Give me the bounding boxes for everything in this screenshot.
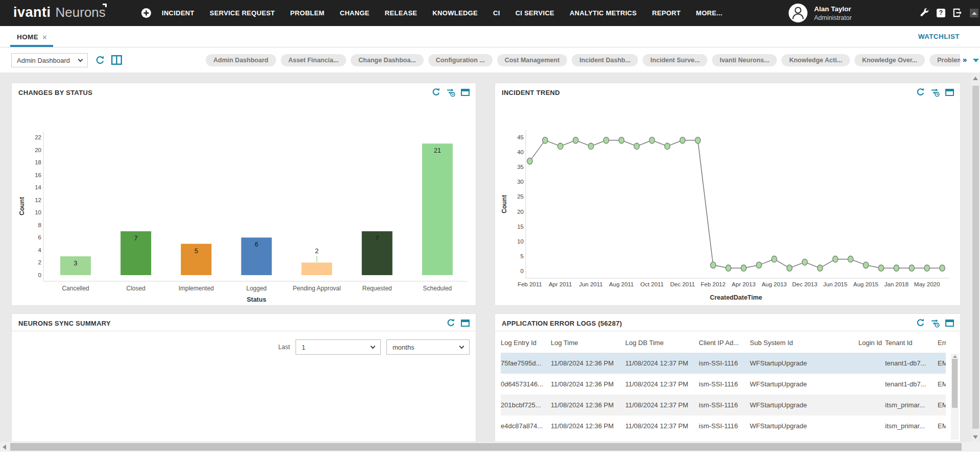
user-menu[interactable]: Alan Taylor Administrator xyxy=(789,4,852,22)
schedule-icon[interactable] xyxy=(446,87,456,97)
panel-header: CHANGES BY STATUS xyxy=(12,83,476,101)
svg-text:May 2020: May 2020 xyxy=(914,281,940,287)
column-header-log-db-time[interactable]: Log DB Time xyxy=(625,339,699,347)
help-icon[interactable]: ? xyxy=(937,9,945,17)
table-row[interactable]: e4dc87a874...11/08/2024 12:36 PM11/08/20… xyxy=(501,415,946,436)
columns-icon[interactable] xyxy=(111,55,122,65)
nav-item-service-request[interactable]: SERVICE REQUEST xyxy=(210,9,275,17)
svg-text:20: 20 xyxy=(35,147,41,153)
table-cell: 11/08/2024 12:36 PM xyxy=(551,422,625,430)
maximize-icon[interactable] xyxy=(945,320,954,327)
last-value-select[interactable]: 1 xyxy=(296,339,381,355)
scrollbar-thumb[interactable] xyxy=(972,86,979,429)
user-avatar-icon xyxy=(789,4,807,22)
column-header-login-id[interactable]: Login Id xyxy=(831,339,885,347)
tab-home[interactable]: HOME × xyxy=(10,29,53,47)
dashboard-chip-incident-surve[interactable]: Incident Surve... xyxy=(643,54,707,66)
chips-caret-icon[interactable] xyxy=(973,59,979,62)
table-cell: EM xyxy=(938,359,946,367)
user-role: Administrator xyxy=(814,14,852,21)
chevron-down-icon xyxy=(371,344,376,349)
nav-item-problem[interactable]: PROBLEM xyxy=(290,9,325,17)
scroll-up-arrow[interactable] xyxy=(970,9,978,17)
scrollbar-thumb[interactable] xyxy=(952,359,958,408)
nav-item-ci[interactable]: CI xyxy=(493,9,500,17)
plus-circle-icon[interactable] xyxy=(141,8,152,18)
dashboard-chip-change-dashboa[interactable]: Change Dashboa... xyxy=(351,54,424,66)
page-horizontal-scrollbar[interactable] xyxy=(0,442,971,452)
dashboard-chip-knowledge-over[interactable]: Knowledge Over... xyxy=(854,54,925,66)
dashboard-select[interactable]: Admin Dashboard xyxy=(11,53,88,67)
chips-overflow-button[interactable]: » xyxy=(963,56,967,64)
refresh-icon[interactable] xyxy=(446,318,456,328)
table-row[interactable]: 0d64573146...11/08/2024 12:36 PM11/08/20… xyxy=(501,374,946,395)
schedule-icon[interactable] xyxy=(930,318,940,328)
svg-text:Apr 2013: Apr 2013 xyxy=(732,281,756,287)
nav-item-knowledge[interactable]: KNOWLEDGE xyxy=(432,9,478,17)
scrollbar-thumb[interactable] xyxy=(10,443,962,451)
dashboard-chip-knowledge-acti[interactable]: Knowledge Acti... xyxy=(781,54,850,66)
user-name: Alan Taylor xyxy=(814,5,852,13)
dashboard-chip-problem-dashbo[interactable]: Problem Dashbo... xyxy=(929,54,960,66)
column-header-log-entry-id[interactable]: Log Entry Id xyxy=(501,339,551,347)
column-header-client-ip-ad[interactable]: Client IP Ad... xyxy=(699,339,750,347)
svg-text:3: 3 xyxy=(74,260,78,267)
maximize-icon[interactable] xyxy=(461,89,470,96)
column-header-log-time[interactable]: Log Time xyxy=(551,339,625,347)
refresh-icon[interactable] xyxy=(431,87,441,97)
nav-item-release[interactable]: RELEASE xyxy=(385,9,418,17)
svg-text:Jun 2015: Jun 2015 xyxy=(823,281,847,287)
nav-item-incident[interactable]: INCIDENT xyxy=(162,9,194,17)
scroll-down-arrow[interactable] xyxy=(973,435,978,439)
table-cell: ism-SSI-1116 xyxy=(699,401,750,409)
dashboard-chip-incident-dashb[interactable]: Incident Dashb... xyxy=(572,54,638,66)
column-header-error[interactable]: Error xyxy=(938,339,946,347)
dashboard-chip-list: Admin DashboardAsset Financia...Change D… xyxy=(206,53,960,67)
nav-item-more[interactable]: MORE... xyxy=(696,9,723,17)
watchlist-link[interactable]: WATCHLIST xyxy=(918,33,960,40)
nav-item-change[interactable]: CHANGE xyxy=(340,9,370,17)
panel-changes-by-status: CHANGES BY STATUS 0246810121416182022Cou… xyxy=(11,83,476,306)
table-header-row: Log Entry IdLog TimeLog DB TimeClient IP… xyxy=(501,332,946,353)
table-row[interactable]: 201bcbf725...11/08/2024 12:36 PM11/08/20… xyxy=(501,395,946,415)
svg-text:18: 18 xyxy=(35,159,41,165)
table-vertical-scrollbar[interactable] xyxy=(951,354,959,439)
nav-item-report[interactable]: REPORT xyxy=(652,9,681,17)
page-vertical-scrollbar[interactable] xyxy=(971,72,980,442)
table-cell: WFStartupUpgrade xyxy=(750,359,831,367)
scroll-left-arrow[interactable] xyxy=(3,445,6,450)
unit-select[interactable]: months xyxy=(386,339,470,355)
column-header-sub-system-id[interactable]: Sub System Id xyxy=(750,339,831,347)
column-header-tenant-id[interactable]: Tenant Id xyxy=(885,339,938,347)
nav-item-analytic-metrics[interactable]: ANALYTIC METRICS xyxy=(570,9,636,17)
dashboard-chip-ivanti-neurons[interactable]: Ivanti Neurons... xyxy=(712,54,777,66)
nav-item-ci-service[interactable]: CI SERVICE xyxy=(516,9,554,17)
changes-by-status-bar-chart[interactable]: 0246810121416182022Count3Cancelled7Close… xyxy=(16,102,472,307)
dashboard-chip-asset-financia[interactable]: Asset Financia... xyxy=(281,54,347,66)
logout-icon[interactable] xyxy=(952,7,963,18)
refresh-icon[interactable] xyxy=(916,318,925,328)
scroll-up-arrow[interactable] xyxy=(973,77,978,80)
maximize-icon[interactable] xyxy=(461,320,470,327)
dashboard-chip-admin-dashboard[interactable]: Admin Dashboard xyxy=(206,54,276,66)
table-cell: 11/08/2024 12:37 PM xyxy=(625,380,699,388)
dashboard-chip-cost-management[interactable]: Cost Management xyxy=(497,54,568,66)
svg-text:Pending Approval: Pending Approval xyxy=(293,285,341,292)
wrench-icon[interactable] xyxy=(919,7,930,18)
refresh-icon[interactable] xyxy=(916,87,925,97)
svg-text:Status: Status xyxy=(247,296,266,303)
tab-close-icon[interactable]: × xyxy=(42,35,47,40)
panel-neurons-sync-summary: NEURONS SYNC SUMMARY Last 1 months xyxy=(11,313,476,442)
dashboard-chip-configuration[interactable]: Configuration ... xyxy=(428,54,493,66)
table-row[interactable]: 75fae7595d...11/08/2024 12:36 PM11/08/20… xyxy=(501,353,946,374)
incident-trend-line-chart[interactable]: 051015202530354045CountFeb 2011Apr 2011J… xyxy=(499,102,956,307)
last-value: 1 xyxy=(302,344,305,351)
table-cell: 11/08/2024 12:37 PM xyxy=(625,422,699,430)
maximize-icon[interactable] xyxy=(945,89,954,96)
refresh-icon[interactable] xyxy=(95,55,105,65)
schedule-icon[interactable] xyxy=(930,87,940,97)
svg-text:15: 15 xyxy=(517,224,524,230)
svg-text:Jun 2011: Jun 2011 xyxy=(579,281,602,287)
scroll-up-arrow[interactable] xyxy=(953,355,957,358)
table-cell: 11/08/2024 12:37 PM xyxy=(625,359,699,367)
